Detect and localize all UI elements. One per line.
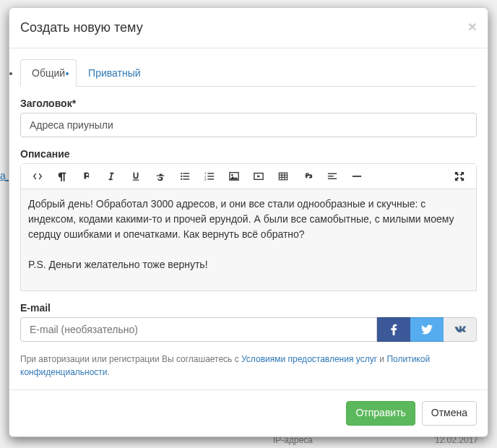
cancel-button[interactable]: Отмена [422, 401, 477, 426]
svg-point-13 [231, 174, 233, 176]
email-group: E-mail [20, 302, 477, 342]
title-input[interactable] [20, 113, 477, 137]
facebook-login-button[interactable] [377, 317, 410, 342]
svg-rect-1 [183, 173, 189, 174]
svg-rect-21 [328, 176, 334, 176]
modal-footer: Отправить Отмена [9, 389, 488, 436]
vk-login-button[interactable] [444, 317, 477, 342]
svg-rect-5 [183, 178, 189, 179]
tab-private[interactable]: Приватный [77, 59, 152, 87]
close-icon[interactable]: × [468, 19, 477, 34]
svg-rect-11 [207, 178, 214, 179]
svg-rect-23 [353, 176, 361, 177]
twitter-login-button[interactable] [410, 317, 444, 342]
fullscreen-icon[interactable] [447, 164, 472, 189]
svg-text:3: 3 [204, 178, 207, 181]
svg-rect-15 [279, 173, 287, 180]
tos-link[interactable]: Условиями предоставления услуг [241, 354, 377, 364]
email-field[interactable] [20, 317, 377, 342]
link-icon[interactable] [295, 164, 320, 189]
ordered-list-icon[interactable]: 123 [197, 164, 222, 189]
picture-icon[interactable] [222, 164, 246, 189]
table-icon[interactable] [271, 164, 295, 189]
unordered-list-icon[interactable] [173, 164, 197, 189]
editor-toolbar: 123 [21, 164, 476, 189]
strikethrough-icon[interactable] [148, 164, 173, 189]
email-row [20, 317, 477, 342]
hr-icon[interactable] [345, 164, 369, 189]
modal-title: Создать новую тему [20, 19, 477, 37]
desc-p1: Добрый день! Обработал 3000 адресов, и о… [28, 197, 469, 242]
description-textarea[interactable]: Добрый день! Обработал 3000 адресов, и о… [21, 189, 476, 290]
tabs: Общий Приватный [20, 59, 477, 87]
align-icon[interactable] [320, 164, 345, 189]
bold-icon[interactable] [74, 164, 99, 189]
svg-point-0 [181, 173, 182, 174]
paragraph-icon[interactable] [50, 164, 74, 189]
underline-icon[interactable] [124, 164, 148, 189]
svg-point-4 [181, 178, 182, 180]
svg-rect-9 [207, 176, 214, 176]
legal-text: При авторизации или регистрации Вы согла… [20, 353, 477, 379]
svg-rect-22 [328, 178, 337, 179]
italic-icon[interactable] [99, 164, 124, 189]
svg-rect-3 [183, 176, 189, 176]
rich-text-editor: 123 Добрый день! Обработал 3000 адресов,… [20, 163, 477, 291]
email-label: E-mail [20, 302, 477, 314]
video-icon[interactable] [246, 164, 271, 189]
modal-header: Создать новую тему × [9, 8, 488, 48]
svg-point-2 [181, 176, 182, 177]
description-group: Описание 123 [20, 148, 477, 291]
submit-button[interactable]: Отправить [346, 401, 415, 426]
desc-p2: P.S. Деньги желательно тоже вернуть! [28, 257, 469, 272]
create-topic-modal: Создать новую тему × Общий Приватный Заг… [9, 7, 488, 437]
modal-body: Общий Приватный Заголовок* Описание 123 [9, 48, 488, 389]
description-label: Описание [20, 148, 477, 160]
codeview-icon[interactable] [25, 164, 50, 189]
title-label: Заголовок* [20, 98, 477, 109]
svg-rect-20 [328, 173, 337, 174]
svg-rect-7 [207, 173, 214, 174]
title-group: Заголовок* [20, 98, 477, 137]
